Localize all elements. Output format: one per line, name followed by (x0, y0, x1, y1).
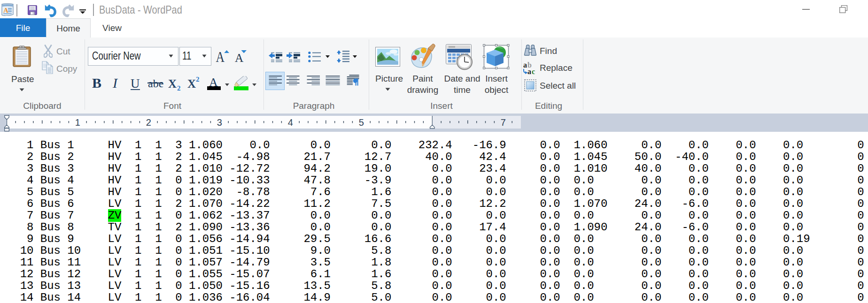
svg-text:7: 7 (501, 117, 506, 128)
svg-text:B: B (92, 76, 101, 91)
svg-text:X: X (187, 77, 196, 90)
svg-text:2: 2 (177, 84, 181, 92)
svg-text:3: 3 (217, 117, 222, 128)
svg-text:A: A (235, 51, 244, 65)
svg-text:2: 2 (146, 117, 151, 128)
svg-text:4: 4 (288, 117, 293, 128)
svg-text:U: U (131, 76, 140, 91)
svg-text:I: I (112, 76, 118, 91)
svg-text:2: 2 (196, 76, 200, 83)
svg-text:5: 5 (359, 117, 364, 128)
svg-text:a: a (527, 68, 531, 75)
svg-text:a: a (523, 61, 527, 69)
svg-text:A: A (216, 49, 225, 65)
svg-text:X: X (168, 77, 177, 90)
svg-text:c: c (532, 68, 535, 75)
svg-text:1: 1 (75, 117, 80, 128)
svg-text:A: A (3, 7, 8, 14)
